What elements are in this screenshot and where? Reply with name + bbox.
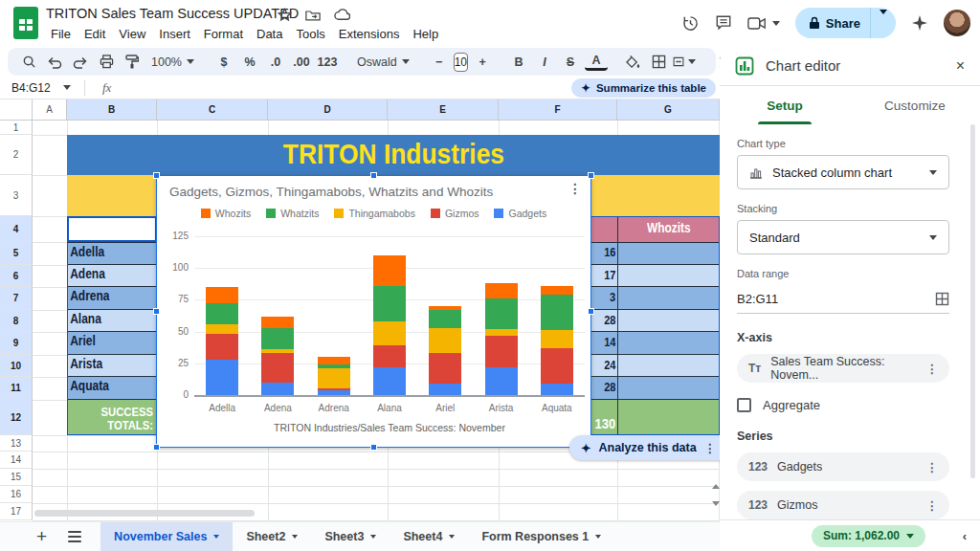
chart-menu-icon[interactable]: ⋮ <box>568 181 582 196</box>
series-item-gadgets[interactable]: 123Gadgets⋮ <box>737 452 949 481</box>
menu-insert[interactable]: Insert <box>152 25 197 43</box>
panel-collapse-icon[interactable]: ‹ <box>963 529 967 543</box>
version-history-icon[interactable] <box>681 14 700 33</box>
sheet-tab-caret[interactable] <box>595 535 601 539</box>
chart-card[interactable]: Gadgets, Gizmos, Thingamabobs, Whatzits … <box>156 175 591 448</box>
row-header-6[interactable]: 6 <box>0 265 33 287</box>
row-header-9[interactable]: 9 <box>0 332 33 355</box>
active-cell-B4[interactable] <box>67 216 157 242</box>
merge-cells-button[interactable] <box>673 51 696 74</box>
select-range-icon[interactable] <box>935 292 949 306</box>
column-header-F[interactable]: F <box>499 99 617 121</box>
column-header-C[interactable]: C <box>157 99 268 121</box>
sheet-tab-caret[interactable] <box>370 535 376 539</box>
camera-caret-icon[interactable] <box>772 21 780 26</box>
sheets-logo-icon[interactable] <box>13 7 38 39</box>
name-box[interactable]: B4:G12 <box>0 81 77 95</box>
sheet-tab-sheet2[interactable]: Sheet2 <box>233 522 311 551</box>
undo-icon[interactable] <box>43 51 66 74</box>
strikethrough-button[interactable]: S <box>559 51 582 74</box>
menu-extensions[interactable]: Extensions <box>332 25 407 43</box>
avatar[interactable] <box>944 10 970 36</box>
menu-edit[interactable]: Edit <box>78 25 112 43</box>
redo-icon[interactable] <box>69 51 92 74</box>
menu-data[interactable]: Data <box>250 25 289 43</box>
x-axis-field[interactable]: Tᴛ Sales Team Success: Novem... ⋮ <box>737 354 949 383</box>
row-header-12[interactable]: 12 <box>0 400 33 435</box>
borders-button[interactable] <box>647 51 670 74</box>
chart-resize-handle[interactable] <box>153 444 160 451</box>
sheet-tab-sheet3[interactable]: Sheet3 <box>311 522 390 551</box>
document-title[interactable]: TRITON Sales Team Success UPDATED <box>46 6 299 21</box>
gemini-sparkle-icon[interactable] <box>911 14 928 32</box>
search-icon[interactable] <box>17 51 40 74</box>
tab-setup[interactable]: Setup <box>720 86 850 124</box>
aggregate-row[interactable]: Aggregate <box>737 398 949 412</box>
horizontal-scrollbar[interactable] <box>34 510 255 517</box>
increase-decimals-button[interactable]: .00 <box>290 51 313 74</box>
fill-color-button[interactable] <box>621 51 644 74</box>
format-currency-button[interactable]: $ <box>212 51 235 74</box>
share-caret[interactable] <box>871 14 896 32</box>
row-header-7[interactable]: 7 <box>0 287 33 310</box>
grid-corner[interactable] <box>0 99 33 121</box>
zoom-select[interactable]: 100% <box>146 55 199 69</box>
x-axis-menu-icon[interactable]: ⋮ <box>926 362 939 376</box>
bold-button[interactable]: B <box>507 51 530 74</box>
summarize-table-button[interactable]: ✦ Summarize this table <box>571 78 716 98</box>
analyze-menu-icon[interactable]: ⋮ <box>704 441 717 455</box>
row-header-1[interactable]: 1 <box>0 121 33 135</box>
row-header-10[interactable]: 10 <box>0 355 33 377</box>
sheet-tab-sheet4[interactable]: Sheet4 <box>390 522 468 551</box>
aggregate-checkbox[interactable] <box>737 398 751 412</box>
data-range-field[interactable]: B2:G11 <box>737 289 949 314</box>
row-header-11[interactable]: 11 <box>0 377 33 400</box>
menu-format[interactable]: Format <box>197 25 250 43</box>
more-formats-button[interactable]: 123 <box>316 51 339 74</box>
move-folder-icon[interactable] <box>305 9 321 22</box>
row-header-2[interactable]: 2 <box>0 135 33 175</box>
add-sheet-button[interactable]: + <box>36 526 47 547</box>
all-sheets-icon[interactable] <box>68 531 81 542</box>
sheet-tab-caret[interactable] <box>449 535 455 539</box>
format-percent-button[interactable]: % <box>238 51 261 74</box>
column-header-E[interactable]: E <box>388 99 499 121</box>
paint-format-icon[interactable] <box>121 51 144 74</box>
sheet-tab-caret[interactable] <box>292 535 298 539</box>
decrease-decimals-button[interactable]: .0 <box>264 51 287 74</box>
panel-scrollbar[interactable] <box>970 124 975 478</box>
italic-button[interactable]: I <box>533 51 556 74</box>
decrease-font-size-button[interactable]: − <box>428 51 451 74</box>
panel-close-icon[interactable]: × <box>956 57 965 75</box>
column-header-G[interactable]: G <box>617 99 720 121</box>
star-icon[interactable] <box>278 8 292 22</box>
banner-cell[interactable]: TRITON Industries <box>67 135 720 175</box>
menu-file[interactable]: File <box>44 25 78 43</box>
column-header-B[interactable]: B <box>67 99 157 121</box>
sheet-tab-caret[interactable] <box>213 535 219 539</box>
tab-customize[interactable]: Customize <box>850 86 980 124</box>
row-header-4[interactable]: 4 <box>0 216 33 242</box>
series-item-menu-icon[interactable]: ⋮ <box>926 498 939 513</box>
print-icon[interactable] <box>95 51 118 74</box>
menu-tools[interactable]: Tools <box>289 25 331 43</box>
row-header-15[interactable]: 15 <box>0 469 33 486</box>
font-select[interactable]: Oswald <box>352 55 414 69</box>
column-header-D[interactable]: D <box>268 99 388 121</box>
row-header-16[interactable]: 16 <box>0 486 33 503</box>
stacking-select[interactable]: Standard <box>737 220 949 254</box>
chart-resize-handle[interactable] <box>153 172 160 179</box>
text-color-button[interactable]: A <box>585 54 608 71</box>
menu-view[interactable]: View <box>112 25 152 43</box>
analyze-data-button[interactable]: ✦ Analyze this data ⋮ × <box>569 435 744 460</box>
chart-resize-handle[interactable] <box>153 308 160 315</box>
increase-font-size-button[interactable]: + <box>471 51 494 74</box>
row-header-5[interactable]: 5 <box>0 242 33 265</box>
whozits-header-cell[interactable]: Whozits <box>617 220 720 235</box>
chart-type-select[interactable]: Stacked column chart <box>737 155 949 189</box>
chart-resize-handle[interactable] <box>370 444 377 451</box>
column-header-A[interactable]: A <box>33 99 67 121</box>
row-header-3[interactable]: 3 <box>0 175 33 216</box>
sum-status-button[interactable]: Sum: 1,062.00 <box>812 525 925 547</box>
sheet-tab-november-sales[interactable]: November Sales <box>100 522 233 551</box>
